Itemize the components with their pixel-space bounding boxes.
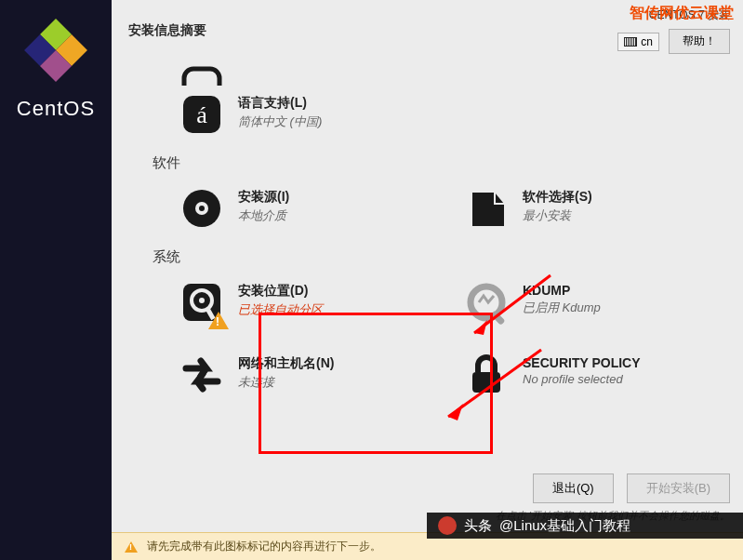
watermark-text: 智传网优云课堂 <box>630 4 734 23</box>
spoke-label: KDUMP <box>523 283 601 298</box>
page-title: 安装信息摘要 <box>128 22 206 39</box>
overlay-prefix: 头条 <box>464 517 492 535</box>
warning-text: 请先完成带有此图标标记的内容再进行下一步。 <box>147 539 381 554</box>
content-scroll[interactable]: á 语言支持(L) 简体中文 (中国) 软件 <box>112 58 743 468</box>
spoke-software-selection[interactable]: 软件选择(S) 最小安装 <box>463 185 710 232</box>
sidebar: CentOS <box>0 0 112 560</box>
keyboard-layout-label: cn <box>641 35 653 48</box>
overlay-text: @Linux基础入门教程 <box>499 517 630 535</box>
spoke-installation-destination[interactable]: 安装位置(D) 已选择自动分区 <box>179 279 426 326</box>
keyboard-icon <box>624 37 637 47</box>
spoke-security-policy[interactable]: SECURITY POLICY No profile selected <box>463 352 710 398</box>
spoke-status: No profile selected <box>523 372 641 386</box>
quit-button[interactable]: 退出(Q) <box>533 473 614 503</box>
avatar-icon <box>438 516 457 535</box>
help-button[interactable]: 帮助！ <box>669 29 730 54</box>
spoke-kdump[interactable]: KDUMP 已启用 Kdump <box>463 279 710 326</box>
section-header-software: 软件 <box>123 154 732 172</box>
svg-point-8 <box>199 298 205 303</box>
begin-install-button[interactable]: 开始安装(B) <box>627 473 730 503</box>
lock-icon <box>463 352 510 398</box>
warning-badge-icon <box>208 312 229 329</box>
network-icon <box>179 352 225 398</box>
svg-rect-12 <box>472 372 500 393</box>
spoke-label: 安装源(I) <box>238 189 289 206</box>
spoke-label: 网络和主机名(N) <box>238 355 334 372</box>
main-panel: 安装信息摘要 CENTOS 7 安装 智传网优云课堂 cn 帮助！ <box>112 0 743 560</box>
warning-icon <box>125 541 138 553</box>
centos-logo-icon <box>24 19 87 82</box>
spoke-language-support[interactable]: á 语言支持(L) 简体中文 (中国) <box>179 91 426 138</box>
partial-prev-item <box>179 61 231 86</box>
top-bar: 安装信息摘要 CENTOS 7 安装 智传网优云课堂 cn 帮助！ <box>112 0 743 58</box>
section-header-system: 系统 <box>123 248 732 266</box>
kdump-icon <box>463 279 510 326</box>
spoke-label: 安装位置(D) <box>238 283 323 300</box>
spoke-status: 最小安装 <box>523 207 592 224</box>
spoke-status: 已启用 Kdump <box>523 300 601 316</box>
svg-rect-0 <box>184 69 219 86</box>
spoke-label: 语言支持(L) <box>238 95 322 112</box>
package-icon <box>463 185 510 232</box>
language-icon: á <box>179 91 225 138</box>
spoke-network-hostname[interactable]: 网络和主机名(N) 未连接 <box>179 352 426 398</box>
harddisk-icon <box>179 279 225 326</box>
spoke-status: 已选择自动分区 <box>238 301 323 318</box>
disc-icon <box>179 185 225 232</box>
brand-text: CentOS <box>17 97 95 121</box>
spoke-installation-source[interactable]: 安装源(I) 本地介质 <box>179 185 426 232</box>
svg-point-5 <box>199 206 205 211</box>
svg-text:á: á <box>196 101 207 128</box>
spoke-label: SECURITY POLICY <box>523 355 641 370</box>
spoke-status: 未连接 <box>238 374 334 391</box>
spoke-status: 简体中文 (中国) <box>238 113 322 130</box>
spoke-label: 软件选择(S) <box>523 189 592 206</box>
overlay-attribution: 头条 @Linux基础入门教程 <box>427 513 743 539</box>
keyboard-layout-button[interactable]: cn <box>617 33 659 51</box>
spoke-status: 本地介质 <box>238 207 289 224</box>
